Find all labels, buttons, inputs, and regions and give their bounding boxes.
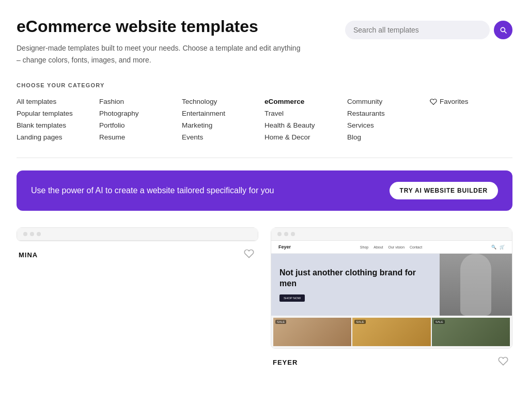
feyer-person-silhouette: [460, 254, 491, 316]
sidebar-item-all-templates[interactable]: All templates: [17, 96, 99, 107]
sidebar-item-events[interactable]: Events: [182, 131, 264, 143]
sidebar-item-home-decor[interactable]: Home & Decor: [264, 131, 347, 143]
category-col-3: Technology Entertainment Marketing Event…: [182, 96, 264, 143]
mina-template-footer: MINA: [17, 241, 258, 266]
search-area: [345, 21, 512, 39]
sidebar-item-blog[interactable]: Blog: [347, 131, 430, 143]
feyer-model-image: [440, 254, 512, 316]
sidebar-item-restaurants[interactable]: Restaurants: [347, 107, 430, 119]
feyer-product-1: SALE: [273, 318, 351, 346]
sidebar-item-entertainment[interactable]: Entertainment: [182, 107, 264, 119]
feyer-product-label-1: SALE: [275, 320, 286, 324]
search-input[interactable]: [353, 26, 481, 34]
sidebar-item-travel[interactable]: Travel: [264, 107, 347, 119]
heart-icon: [430, 98, 437, 105]
template-card-mina[interactable]: MINA Shop Bestsellers About Contact Cart…: [17, 227, 258, 373]
feyer-brand: Feyer: [278, 244, 291, 250]
ai-banner: Use the power of AI to create a website …: [17, 170, 512, 211]
category-col-5: Community Restaurants Services Blog: [347, 96, 430, 143]
feyer-template-footer: FEYER: [271, 349, 512, 373]
sidebar-item-resume[interactable]: Resume: [99, 131, 182, 143]
feyer-cart-icon: 🛒: [500, 245, 505, 250]
sidebar-item-portfolio[interactable]: Portfolio: [99, 119, 182, 131]
heart-icon-mina: [244, 248, 254, 259]
template-card-feyer[interactable]: Feyer Shop About Our vision Contact 🔍 🛒: [271, 227, 512, 373]
mina-template-name: MINA: [19, 251, 38, 259]
feyer-nav-shop: Shop: [360, 245, 368, 249]
sidebar-item-photography[interactable]: Photography: [99, 107, 182, 119]
sidebar-item-popular-templates[interactable]: Popular templates: [17, 107, 99, 119]
browser-bar-mina: [17, 228, 258, 241]
feyer-favorite-button[interactable]: [496, 354, 510, 371]
browser-dot-3: [37, 232, 41, 236]
page-wrapper: eCommerce website templates Designer-mad…: [0, 0, 529, 381]
feyer-nav-contact: Contact: [410, 245, 422, 249]
feyer-hero-right: [440, 254, 512, 316]
feyer-hero-left: Not just another clothing brand for men …: [271, 254, 440, 316]
category-col-2: Fashion Photography Portfolio Resume: [99, 96, 182, 143]
browser-dot-f3: [291, 232, 295, 236]
feyer-nav-icons: 🔍 🛒: [491, 245, 505, 250]
sidebar-item-landing-pages[interactable]: Landing pages: [17, 131, 99, 143]
sidebar-item-fashion[interactable]: Fashion: [99, 96, 182, 107]
sidebar-item-ecommerce[interactable]: eCommerce: [264, 96, 347, 107]
feyer-nav: Feyer Shop About Our vision Contact 🔍 🛒: [271, 241, 512, 254]
browser-bar-feyer: [271, 228, 512, 241]
templates-grid: MINA Shop Bestsellers About Contact Cart…: [17, 227, 512, 381]
sidebar-item-health-beauty[interactable]: Health & Beauty: [264, 119, 347, 131]
heart-icon-feyer: [498, 356, 508, 366]
header-section: eCommerce website templates Designer-mad…: [17, 17, 512, 66]
search-icon: [499, 26, 507, 34]
sidebar-item-services[interactable]: Services: [347, 119, 430, 131]
categories-label: CHOOSE YOUR CATEGORY: [17, 82, 512, 88]
category-col-1: All templates Popular templates Blank te…: [17, 96, 99, 143]
sidebar-item-favorites[interactable]: Favorites: [430, 96, 512, 107]
feyer-product-2: SALE: [352, 318, 430, 346]
template-preview-feyer: Feyer Shop About Our vision Contact 🔍 🛒: [271, 227, 512, 349]
categories-grid: All templates Popular templates Blank te…: [17, 96, 512, 143]
sidebar-item-community[interactable]: Community: [347, 96, 430, 107]
sidebar-item-blank-templates[interactable]: Blank templates: [17, 119, 99, 131]
favorites-label: Favorites: [440, 98, 469, 105]
mina-favorite-button[interactable]: [242, 246, 256, 263]
sidebar-item-technology[interactable]: Technology: [182, 96, 264, 107]
browser-dot-f1: [277, 232, 282, 236]
section-divider: [17, 158, 512, 158]
categories-section: CHOOSE YOUR CATEGORY All templates Popul…: [17, 82, 512, 143]
feyer-nav-links: Shop About Our vision Contact: [360, 245, 422, 249]
template-preview-mina: MINA Shop Bestsellers About Contact Cart…: [17, 227, 258, 241]
feyer-search-icon: 🔍: [491, 245, 496, 250]
category-col-6: Favorites: [430, 96, 512, 143]
feyer-product-label-2: SALE: [354, 320, 365, 324]
feyer-hero-area: Feyer Shop About Our vision Contact 🔍 🛒: [271, 241, 512, 348]
feyer-product-row: SALE SALE SALE: [271, 316, 512, 348]
category-col-4: eCommerce Travel Health & Beauty Home & …: [264, 96, 347, 143]
page-subtitle: Designer-made templates built to meet yo…: [17, 42, 306, 66]
feyer-hero: Not just another clothing brand for men …: [271, 254, 512, 316]
search-button[interactable]: [494, 21, 512, 39]
ai-website-builder-button[interactable]: TRY AI WEBSITE BUILDER: [390, 182, 499, 199]
sidebar-item-marketing[interactable]: Marketing: [182, 119, 264, 131]
title-area: eCommerce website templates Designer-mad…: [17, 17, 306, 66]
feyer-nav-vision: Our vision: [388, 245, 405, 249]
ai-banner-text: Use the power of AI to create a website …: [31, 186, 274, 195]
browser-dot-2: [30, 232, 34, 236]
feyer-product-label-3: SALE: [434, 320, 445, 324]
feyer-nav-about: About: [374, 245, 383, 249]
feyer-shop-now-button[interactable]: SHOP NOW: [279, 294, 305, 302]
feyer-product-3: SALE: [432, 318, 510, 346]
feyer-hero-title: Not just another clothing brand for men: [279, 268, 431, 289]
browser-dot-f2: [284, 232, 288, 236]
page-title: eCommerce website templates: [17, 17, 306, 36]
search-bar: [345, 21, 490, 39]
feyer-template-name: FEYER: [273, 359, 298, 366]
browser-dot-1: [23, 232, 27, 236]
